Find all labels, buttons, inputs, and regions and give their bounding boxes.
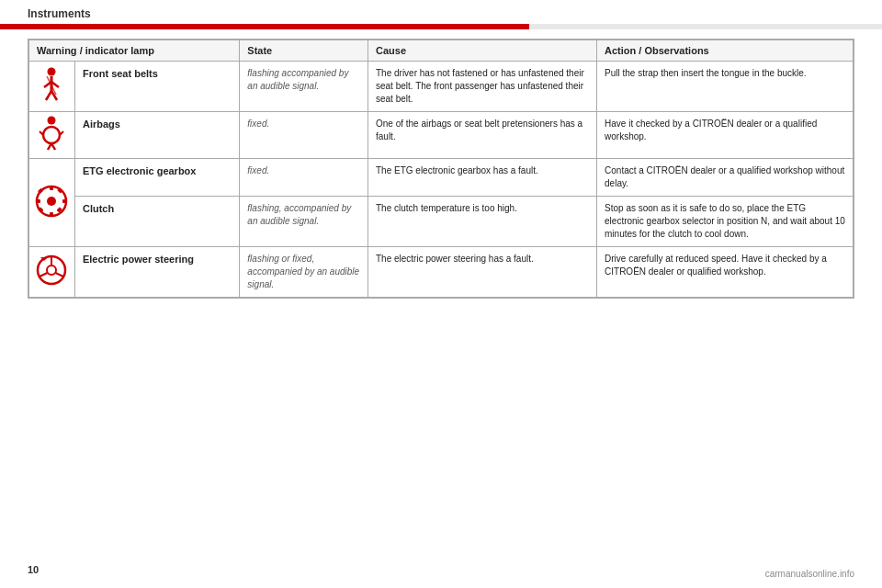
svg-line-26 xyxy=(40,273,48,277)
table-row: Clutch flashing, accompanied by an audib… xyxy=(29,197,854,247)
clutch-cause: The clutch temperature is too high. xyxy=(368,197,596,247)
airbag-state: fixed. xyxy=(240,112,368,159)
svg-rect-16 xyxy=(50,212,53,217)
icon-cell-airbag xyxy=(29,112,75,159)
table-header-row: Warning / indicator lamp State Cause Act… xyxy=(29,40,854,62)
svg-point-0 xyxy=(48,68,56,76)
seatbelt-icon xyxy=(36,67,67,102)
table-row: Electric power steering flashing or fixe… xyxy=(29,247,854,298)
seatbelt-state: flashing accompanied by an audible signa… xyxy=(240,62,368,112)
etg-label: ETG electronic gearbox xyxy=(74,159,239,197)
svg-rect-18 xyxy=(62,199,67,203)
main-table: Warning / indicator lamp State Cause Act… xyxy=(28,39,854,299)
watermark: carmanualsonline.info xyxy=(765,569,854,579)
svg-line-4 xyxy=(46,91,51,100)
svg-line-10 xyxy=(51,143,55,150)
svg-point-14 xyxy=(47,197,56,206)
col-state: State xyxy=(240,40,368,62)
eps-label: Electric power steering xyxy=(74,247,239,298)
col-action: Action / Observations xyxy=(597,40,854,62)
airbag-icon xyxy=(36,116,67,151)
page-number: 10 xyxy=(28,564,39,575)
clutch-action: Stop as soon as it is safe to do so, pla… xyxy=(597,197,854,247)
etg-state-1: fixed. xyxy=(240,159,368,197)
seatbelt-action: Pull the strap then insert the tongue in… xyxy=(597,62,854,112)
svg-point-24 xyxy=(47,266,56,275)
col-warning: Warning / indicator lamp xyxy=(29,40,240,62)
col-cause: Cause xyxy=(368,40,596,62)
clutch-label: Clutch xyxy=(74,197,239,247)
clutch-state: flashing, accompanied by an audible sign… xyxy=(240,197,368,247)
seatbelt-cause: The driver has not fastened or has unfas… xyxy=(368,62,596,112)
page-title: Instruments xyxy=(28,7,854,20)
eps-icon xyxy=(35,254,68,287)
seatbelt-label: Front seat belts xyxy=(74,62,239,112)
header-bar xyxy=(0,24,882,29)
icon-cell-etg xyxy=(29,159,75,247)
icon-cell-seatbelt xyxy=(29,62,75,112)
airbag-action: Have it checked by a CITROËN dealer or a… xyxy=(597,112,854,159)
eps-cause: The electric power steering has a fault. xyxy=(368,247,596,298)
svg-line-27 xyxy=(56,273,64,277)
etg-cause-1: The ETG electronic gearbox has a fault. xyxy=(368,159,596,197)
table-row: Front seat belts flashing accompanied by… xyxy=(29,62,854,112)
airbag-label: Airbags xyxy=(74,112,239,159)
table-row: ETG electronic gearbox fixed. The ETG el… xyxy=(29,159,854,197)
eps-state: flashing or fixed, accompanied by an aud… xyxy=(240,247,368,298)
icon-cell-eps xyxy=(29,247,75,298)
airbag-cause: One of the airbags or seat belt pretensi… xyxy=(368,112,596,159)
svg-rect-17 xyxy=(36,199,40,203)
table-row: Airbags fixed. One of the airbags or sea… xyxy=(29,112,854,159)
svg-point-8 xyxy=(43,127,60,143)
etg-action-1: Contact a CITROËN dealer or a qualified … xyxy=(597,159,854,197)
eps-action: Drive carefully at reduced speed. Have i… xyxy=(597,247,854,298)
svg-point-7 xyxy=(48,117,56,125)
svg-rect-15 xyxy=(50,186,53,190)
etg-icon xyxy=(35,185,68,218)
